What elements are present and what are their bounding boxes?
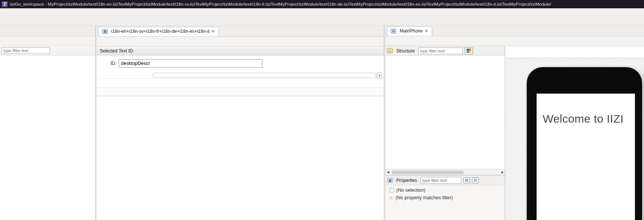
no-property-row: ⚠ (No property matches filter) [386, 193, 505, 200]
show-styles-button[interactable] [465, 47, 473, 55]
properties-panel: ▦ Properties ⊞ ⊟ (No selection) ⚠ (No pr… [386, 175, 505, 220]
project-tree [0, 56, 95, 57]
structure-title: Structure [396, 48, 415, 54]
design-tab-label: MainPhone [400, 28, 423, 34]
structure-filter-input[interactable] [418, 48, 463, 54]
scroll-thumb[interactable] [392, 171, 464, 174]
explorer-filter-input[interactable] [2, 47, 50, 54]
title-bar: Z iiziGo_workspace - MyProject/iiziModul… [0, 0, 644, 8]
structure-panel: ⌂ Structure [386, 46, 505, 169]
properties-title: Properties [396, 178, 417, 183]
table-header [97, 88, 384, 96]
design-area: ▤ MainPhone ✕ ⌂ Structure ◀ ▶ ▦ Properti… [386, 26, 644, 220]
window-title: iiziGo_workspace - MyProject/iiziModule/… [10, 2, 551, 6]
text-table-editor: ▦ i18n-en+i18n-sv+i18n-fr+i18n-de+i18n-e… [97, 26, 384, 220]
selected-text-id-form: ID: [97, 55, 384, 72]
properties-header: ▦ Properties ⊞ ⊟ [386, 175, 505, 185]
close-icon[interactable]: ✕ [211, 29, 215, 34]
structure-header: ⌂ Structure [386, 46, 505, 56]
warning-icon: ⚠ [390, 195, 393, 200]
menu-bar [0, 8, 644, 16]
selected-text-id-header: Selected Text ID: [97, 46, 384, 55]
structure-hscrollbar[interactable]: ◀ ▶ [386, 169, 505, 175]
panel-icon: ▤ [391, 29, 396, 34]
editor-tab-label: i18n-en+i18n-sv+i18n-fr+i18n-de+i18n-es+… [111, 29, 209, 34]
properties-filter-input[interactable] [421, 177, 461, 184]
explorer-panel [0, 26, 96, 220]
scroll-right-icon[interactable]: ▶ [500, 171, 505, 174]
canvas-header-band [506, 46, 644, 58]
id-label: ID: [110, 61, 116, 66]
app-logo: Z [2, 2, 8, 7]
welcome-label[interactable]: Welcome to IIZI [543, 112, 629, 125]
scroll-left-icon[interactable]: ◀ [386, 171, 390, 174]
explorer-filter-row [0, 45, 95, 56]
no-selection-icon [390, 188, 394, 192]
design-tab[interactable]: ▤ MainPhone ✕ [387, 26, 432, 36]
expand-all-button[interactable]: ⊞ [463, 177, 470, 183]
scroll-up-button[interactable]: ▲ [377, 72, 382, 78]
editor-toolbar [97, 37, 384, 46]
main-toolbar [0, 16, 644, 26]
horizontal-scrollbar[interactable] [153, 73, 376, 78]
explorer-view-tabs [0, 26, 95, 36]
text-table-icon: ▦ [102, 29, 108, 34]
explorer-toolbar [0, 36, 95, 45]
design-toolbar [386, 36, 644, 46]
column-filter-row [97, 79, 384, 88]
form-scroll-strip: ▲ [97, 72, 384, 79]
design-tab-bar: ▤ MainPhone ✕ [386, 26, 644, 36]
structure-tree [386, 56, 505, 57]
properties-icon: ▦ [387, 178, 393, 183]
id-input[interactable] [119, 59, 262, 68]
design-canvas[interactable]: Welcome to IIZI [506, 46, 644, 220]
structure-icon: ⌂ [387, 48, 393, 53]
phone-preview[interactable]: Welcome to IIZI [527, 67, 642, 220]
close-icon[interactable]: ✕ [425, 28, 428, 34]
editor-tab-bar: ▦ i18n-en+i18n-sv+i18n-fr+i18n-de+i18n-e… [97, 26, 384, 37]
phone-screen[interactable]: Welcome to IIZI [537, 94, 635, 220]
styles-icon [467, 49, 471, 53]
no-selection-row: (No selection) [386, 185, 505, 193]
editor-tab[interactable]: ▦ i18n-en+i18n-sv+i18n-fr+i18n-de+i18n-e… [98, 27, 219, 36]
collapse-all-button[interactable]: ⊟ [472, 177, 479, 183]
